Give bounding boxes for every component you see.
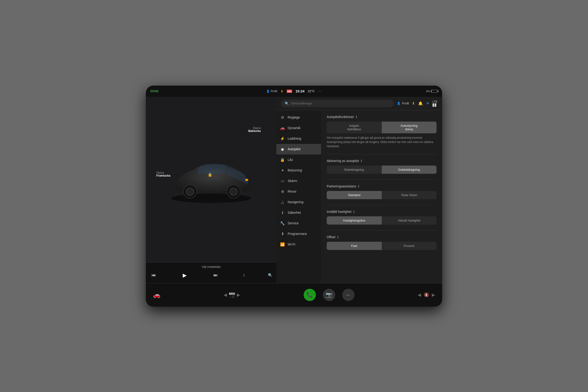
hastighet-group: Hastighetsgräns Aktuell hastighet (327, 216, 436, 224)
autostyrning-button[interactable]: Autostyrning (beta) (382, 122, 437, 133)
info-icon-parkeringsassistans[interactable]: ℹ (358, 184, 359, 188)
status-bar-center: 👤 Profil ⬇ sos 15:24 22°C ⋯ (262, 89, 325, 93)
taskbar-right: ◀ 🔇 ▶ (418, 292, 435, 298)
info-icon-aktivering[interactable]: ℹ (361, 159, 362, 163)
search-box[interactable]: 🔍 (281, 100, 394, 107)
sidebar-item-label: Reglage (288, 116, 300, 119)
bluetooth-icon[interactable]: ✳ (426, 101, 429, 106)
resor-icon: ⊕ (280, 189, 285, 194)
battery-bar (431, 90, 438, 93)
sidebar-item-dynamik[interactable]: 🚗 Dynamik (276, 123, 321, 133)
svg-text:🔒: 🔒 (208, 172, 212, 177)
adaptiv-farthallare-button[interactable]: Adaptiv farthållare (327, 122, 382, 133)
sidebar-item-las[interactable]: 🔒 Lås (276, 154, 321, 165)
phone-button[interactable]: 📞 (304, 289, 316, 301)
sidebar-item-autopilot[interactable]: ◉ Autopilot (276, 144, 321, 154)
sidebar-item-label: Säkerhet (288, 211, 301, 214)
right-panel: 🔍 👤 Profil ⬇ 🔔 ✳ LTE▊▊ (276, 97, 442, 283)
battery-fill (431, 90, 432, 92)
section-aktivering-title: Aktivering av autopilot ℹ (327, 159, 436, 163)
sidebar-item-label: Laddning (288, 136, 301, 140)
search-icon: 🔍 (285, 102, 289, 105)
wifi-icon: 📶 (280, 242, 285, 247)
section-installdhastighet: Inställd hastighet ℹ Hastighetsgräns Akt… (327, 210, 436, 224)
sidebar-item-label: Belysning (288, 168, 302, 172)
section-aktivering: Aktivering av autopilot ℹ Enkeldragning … (327, 159, 436, 174)
sidebar-item-wifi[interactable]: 📶 Wi-Fi (276, 239, 321, 250)
aktuell-hastighet-button[interactable]: Aktuell hastighet (382, 216, 437, 224)
search-input[interactable] (291, 102, 390, 105)
battery-tip (438, 90, 438, 92)
header-profile-button[interactable]: 👤 Profil (397, 102, 409, 105)
prev-track-button[interactable]: ⏮ (150, 272, 158, 279)
media-search-button[interactable]: 🔍 (268, 273, 272, 278)
sidebar-item-belysning[interactable]: ✦ Belysning (276, 165, 321, 176)
sidebar-item-programvara[interactable]: ⬇ Programvara (276, 228, 321, 239)
divider-4 (327, 230, 436, 230)
info-icon-hastighet[interactable]: ℹ (353, 210, 354, 214)
rear-door-label[interactable]: Öppna Baklucka (248, 126, 261, 133)
sidebar-item-resor[interactable]: ⊕ Resor (276, 186, 321, 197)
navigering-icon: △ (280, 200, 285, 204)
camera-button[interactable]: 📷 (323, 289, 335, 301)
belysning-icon: ✦ (280, 168, 285, 172)
sidebar-item-navigering[interactable]: △ Navigering (276, 197, 321, 208)
front-door-label[interactable]: Öppna Framlucka (156, 171, 170, 177)
sidebar-item-label: Service (288, 221, 299, 225)
status-time: 15:24 (296, 89, 304, 93)
settings-content: Autopilotfunktioner ℹ Adaptiv farthållar… (321, 110, 442, 283)
info-icon-autopilotfunktioner[interactable]: ℹ (356, 115, 357, 119)
sidebar-item-sakerhet[interactable]: ℹ Säkerhet (276, 208, 321, 218)
profile-button[interactable]: 👤 Profil (266, 90, 277, 93)
procent-button[interactable]: Procent (382, 242, 437, 250)
sidebar-item-label: Dynamik (288, 126, 300, 130)
sidebar-item-skarm[interactable]: ▭ Skärm (276, 176, 321, 186)
sidebar-nav: ⚙ Reglage 🚗 Dynamik ⚡ Laddning ◉ Autopil… (276, 110, 321, 283)
main-screen: EDGE 👤 Profil ⬇ sos 15:24 22°C ⋯ 6% (146, 86, 442, 307)
svg-rect-5 (245, 179, 248, 181)
left-panel: Öppna Framlucka Öppna Baklucka (146, 97, 276, 283)
settings-header: 🔍 👤 Profil ⬇ 🔔 ✳ LTE▊▊ (276, 97, 442, 110)
enkeldragning-button[interactable]: Enkeldragning (327, 166, 382, 174)
battery-indicator: 6% (426, 90, 438, 93)
las-icon: 🔒 (280, 158, 285, 162)
programvara-icon: ⬇ (280, 232, 285, 236)
hastighetsgransen-button[interactable]: Hastighetsgräns (327, 216, 382, 224)
skarm-icon: ▭ (280, 179, 285, 183)
sidebar-item-service[interactable]: 🔧 Service (276, 218, 321, 228)
fast-button[interactable]: Fast (327, 242, 382, 250)
nav-left-arrow[interactable]: ◀ (418, 292, 421, 298)
map-icon: ⋯ (318, 89, 322, 93)
nav-right-arrow[interactable]: ▶ (432, 292, 435, 298)
header-icons: ⬇ 🔔 ✳ LTE▊▊ (412, 100, 438, 107)
dubbeldragning-button[interactable]: Dubbeldragning (382, 166, 437, 174)
equalizer-button[interactable]: ⫶ (243, 273, 245, 278)
next-track-button[interactable]: ⏭ (212, 272, 220, 279)
section-parkeringsassistans-title: Parkeringsassistans ℹ (327, 184, 436, 188)
more-button[interactable]: ··· (342, 289, 354, 301)
sos-badge: sos (287, 90, 292, 93)
teslavision-button[interactable]: Tesla Vision (382, 191, 437, 199)
standard-button[interactable]: Standard (327, 191, 382, 199)
car-display: Öppna Framlucka Öppna Baklucka (146, 97, 276, 262)
bell-icon[interactable]: 🔔 (418, 101, 423, 106)
sidebar-item-reglage[interactable]: ⚙ Reglage (276, 112, 321, 123)
signal-icon: LTE▊▊ (432, 100, 438, 107)
info-icon-offset[interactable]: ℹ (337, 235, 338, 239)
autopilot-icon: ◉ (280, 147, 285, 152)
volume-next-arrow[interactable]: ▶ (237, 292, 240, 298)
sidebar-item-laddning[interactable]: ⚡ Laddning (276, 133, 321, 144)
mute-button[interactable]: 🔇 (424, 292, 429, 298)
sakerhet-icon: ℹ (280, 210, 285, 215)
volume-prev-arrow[interactable]: ◀ (224, 292, 227, 298)
download-header-icon[interactable]: ⬇ (412, 101, 415, 106)
play-button[interactable]: ▶ (181, 271, 189, 279)
car-status-icon[interactable]: 🚗 (153, 291, 160, 299)
parkeringsassistans-group: Standard Tesla Vision (327, 191, 436, 199)
section-offset-title: Offset ℹ (327, 235, 436, 239)
volume-min-label: MIN (229, 292, 235, 296)
download-icon: ⬇ (280, 89, 284, 93)
status-bar-right: 6% (326, 90, 442, 93)
sidebar-item-label: Lås (288, 158, 293, 162)
sidebar-item-label: Navigering (288, 200, 304, 204)
